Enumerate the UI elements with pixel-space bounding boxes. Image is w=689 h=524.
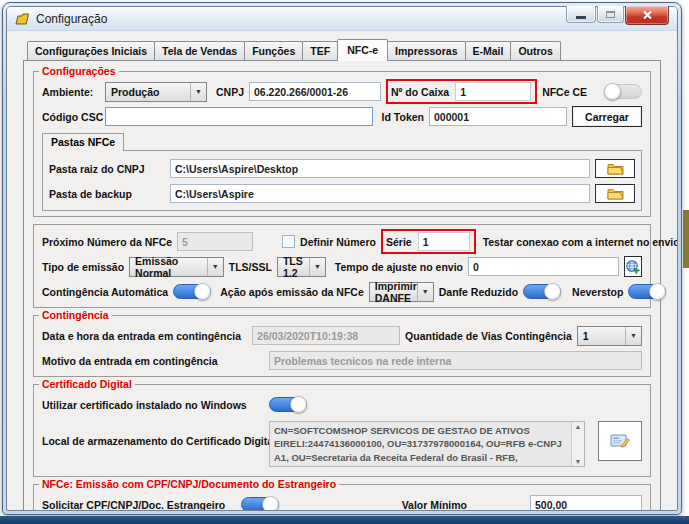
chevron-down-icon: ▼	[190, 83, 206, 101]
vias-dropdown[interactable]: 1 ▼	[577, 326, 642, 346]
group-estrangeiro: NFCe: Emissão com CPF/CNPJ/Documento do …	[33, 484, 651, 511]
ambiente-value: Produção	[111, 86, 159, 98]
danfe-reduzido-label: Danfe Reduzido	[439, 286, 518, 298]
pasta-raiz-field[interactable]	[170, 159, 590, 178]
emissao-options-box: Próximo Número da NFCe Definir Número Sé…	[33, 224, 651, 308]
acao-apos-dropdown[interactable]: Imprimir DANFE ▼	[369, 282, 434, 302]
cnpj-field[interactable]	[249, 82, 381, 101]
nfce-tab-page: Configurações Ambiente: Produção ▼ CNPJ …	[23, 60, 661, 511]
usar-certificado-windows-toggle[interactable]	[269, 397, 307, 412]
solicitar-cpf-label: Solicitar CPF/CNPJ/Doc. Estrangeiro	[42, 499, 236, 511]
tempo-ajuste-field[interactable]	[468, 257, 619, 276]
tipo-emissao-value: Emissão Normal	[135, 255, 207, 279]
globe-network-icon	[625, 259, 641, 275]
group-configuracoes: Configurações Ambiente: Produção ▼ CNPJ …	[33, 71, 651, 217]
acao-apos-value: Imprimir DANFE	[375, 280, 417, 304]
tls-value: TLS 1.2	[283, 255, 309, 279]
minimize-button[interactable]	[566, 6, 596, 23]
pasta-raiz-label: Pasta raiz do CNPJ	[49, 163, 165, 175]
pasta-backup-label: Pasta de backup	[49, 188, 165, 200]
codigo-csc-label: Código CSC	[42, 111, 100, 123]
motivo-label: Motivo da entrada em contingência	[42, 355, 264, 367]
folder-icon	[607, 162, 624, 175]
num-caixa-label: Nº do Caixa	[391, 86, 449, 98]
maximize-button	[597, 6, 624, 23]
chevron-down-icon: ▼	[207, 258, 223, 276]
browse-pasta-backup-button[interactable]	[595, 184, 635, 203]
neverstop-label: Neverstop	[572, 286, 623, 298]
group-certificado: Certificado Digital Utilizar certificado…	[33, 384, 651, 477]
folder-icon	[607, 187, 624, 200]
contingencia-automatica-label: Contingência Automática	[42, 286, 168, 298]
toggle-knob	[544, 283, 561, 300]
testar-conexao-button[interactable]	[624, 256, 642, 277]
group-estrangeiro-title: NFCe: Emissão com CPF/CNPJ/Documento do …	[39, 478, 339, 490]
toggle-knob	[649, 283, 666, 300]
background-window-bar	[0, 516, 689, 524]
browse-pasta-raiz-button[interactable]	[595, 159, 635, 178]
tipo-emissao-label: Tipo de emissão	[42, 261, 124, 273]
toggle-knob	[604, 83, 621, 100]
certificado-storage-value: CN=SOFTCOMSHOP SERVICOS DE GESTAO DE ATI…	[270, 422, 571, 466]
carregar-button[interactable]: Carregar	[572, 106, 642, 127]
selecionar-certificado-button[interactable]	[598, 421, 642, 461]
pastas-nfce-panel: Pasta raiz do CNPJ Pasta de backup	[42, 150, 642, 211]
chevron-down-icon: ▼	[625, 327, 641, 345]
usar-certificado-windows-label: Utilizar certificado instalado no Window…	[42, 399, 264, 411]
group-certificado-title: Certificado Digital	[39, 378, 135, 390]
acao-apos-label: Ação após emissão da NFCe	[220, 286, 364, 298]
tab-email[interactable]: E-Mail	[465, 41, 512, 60]
tipo-emissao-dropdown[interactable]: Emissão Normal ▼	[129, 257, 224, 277]
tab-impressoras[interactable]: Impressoras	[387, 41, 465, 60]
tab-funcoes[interactable]: Funções	[244, 41, 303, 60]
toggle-knob	[262, 496, 279, 511]
minimize-icon	[576, 16, 586, 19]
ambiente-dropdown[interactable]: Produção ▼	[105, 82, 207, 102]
vias-value: 1	[583, 330, 589, 342]
serie-highlight: Série	[381, 229, 476, 254]
tls-label: TLS/SSL	[229, 261, 272, 273]
nfce-ce-toggle[interactable]	[604, 84, 642, 99]
serie-field[interactable]	[418, 232, 470, 251]
chevron-down-icon: ▼	[309, 258, 325, 276]
toggle-knob	[194, 283, 211, 300]
danfe-reduzido-toggle[interactable]	[523, 284, 561, 299]
scroll-down-icon[interactable]: ▼	[575, 458, 582, 465]
background-window-sliver	[683, 210, 689, 268]
window-controls	[566, 6, 669, 25]
tab-outros[interactable]: Outros	[510, 41, 560, 60]
tab-tef[interactable]: TEF	[302, 41, 338, 60]
tempo-ajuste-label: Tempo de ajuste no envio	[335, 261, 463, 273]
tab-pastas-nfce[interactable]: Pastas NFCe	[42, 133, 124, 151]
tls-dropdown[interactable]: TLS 1.2 ▼	[277, 257, 326, 277]
data-hora-label: Data e hora da entrada em contingência	[42, 330, 247, 342]
contingencia-automatica-toggle[interactable]	[173, 284, 211, 299]
scroll-up-icon[interactable]: ▲	[575, 423, 582, 430]
num-caixa-field[interactable]	[455, 82, 531, 101]
configuracao-dialog: Configuração Configurações Iniciais Tela…	[2, 2, 682, 515]
app-icon	[15, 12, 30, 26]
tab-configuracoes-iniciais[interactable]: Configurações Iniciais	[27, 41, 155, 60]
codigo-csc-field[interactable]	[105, 107, 373, 126]
cnpj-label: CNPJ	[216, 86, 244, 98]
solicitar-cpf-toggle[interactable]	[241, 497, 279, 511]
id-token-field[interactable]	[429, 107, 567, 126]
tab-nfce[interactable]: NFC-e	[337, 39, 388, 61]
chevron-down-icon: ▼	[417, 283, 433, 301]
close-button[interactable]	[625, 6, 669, 25]
pasta-backup-field[interactable]	[170, 184, 590, 203]
valor-minimo-field[interactable]	[530, 495, 642, 511]
definir-numero-label: Definir Número	[300, 236, 376, 248]
toggle-knob	[290, 396, 307, 413]
neverstop-toggle[interactable]	[628, 284, 666, 299]
certificado-scrollbar[interactable]: ▲ ▼	[571, 422, 584, 466]
definir-numero-checkbox[interactable]	[282, 235, 295, 248]
proximo-numero-field	[177, 232, 253, 251]
num-caixa-highlight: Nº do Caixa	[386, 79, 537, 104]
motivo-field	[269, 351, 642, 370]
data-hora-field	[252, 326, 400, 345]
tab-tela-de-vendas[interactable]: Tela de Vendas	[154, 41, 245, 60]
close-icon	[642, 10, 653, 20]
certificado-storage-box: CN=SOFTCOMSHOP SERVICOS DE GESTAO DE ATI…	[269, 421, 585, 467]
certificate-edit-icon	[610, 433, 630, 449]
